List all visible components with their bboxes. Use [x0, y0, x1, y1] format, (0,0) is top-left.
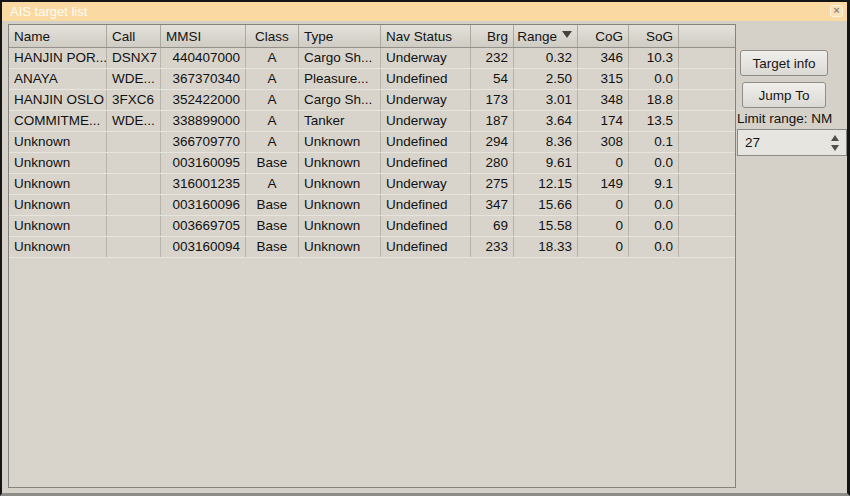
- cell-class: A: [246, 69, 299, 89]
- cell-name: Unknown: [9, 216, 107, 236]
- side-panel: Target info Jump To Limit range: NM: [737, 24, 847, 224]
- cell-mmsi: 440407000: [161, 48, 246, 68]
- table-row[interactable]: COMMITME...WDE...338899000ATankerUnderwa…: [9, 111, 735, 132]
- cell-brg: 173: [471, 90, 514, 110]
- cell-class: Base: [246, 195, 299, 215]
- cell-type: Unknown: [299, 153, 381, 173]
- cell-brg: 69: [471, 216, 514, 236]
- cell-sog: 0.0: [629, 195, 679, 215]
- cell-brg: 347: [471, 195, 514, 215]
- cell-call: 3FXC6: [107, 90, 161, 110]
- cell-class: A: [246, 48, 299, 68]
- column-header-cog[interactable]: CoG: [578, 25, 629, 47]
- cell-empty: [679, 237, 735, 257]
- table-row[interactable]: HANJIN POR...DSNX7440407000ACargo Sh...U…: [9, 48, 735, 69]
- cell-call: [107, 153, 161, 173]
- cell-class: A: [246, 132, 299, 152]
- table-row[interactable]: Unknown366709770AUnknownUndefined2948.36…: [9, 132, 735, 153]
- titlebar[interactable]: AIS target list ×: [2, 2, 847, 21]
- spin-buttons: [828, 130, 842, 155]
- cell-class: A: [246, 90, 299, 110]
- cell-cog: 308: [578, 132, 629, 152]
- cell-brg: 187: [471, 111, 514, 131]
- cell-type: Unknown: [299, 174, 381, 194]
- cell-class: Base: [246, 153, 299, 173]
- cell-mmsi: 003160094: [161, 237, 246, 257]
- cell-cog: 0: [578, 237, 629, 257]
- column-header-range[interactable]: Range: [514, 25, 578, 47]
- cell-empty: [679, 90, 735, 110]
- cell-brg: 280: [471, 153, 514, 173]
- cell-name: Unknown: [9, 195, 107, 215]
- table-row[interactable]: Unknown316001235AUnknownUnderway27512.15…: [9, 174, 735, 195]
- cell-sog: 0.1: [629, 132, 679, 152]
- cell-mmsi: 316001235: [161, 174, 246, 194]
- cell-class: A: [246, 111, 299, 131]
- cell-call: [107, 237, 161, 257]
- close-icon[interactable]: ×: [830, 5, 843, 17]
- cell-type: Tanker: [299, 111, 381, 131]
- cell-empty: [679, 132, 735, 152]
- table-empty-area: [9, 258, 735, 487]
- cell-type: Unknown: [299, 132, 381, 152]
- limit-range-label: Limit range: NM: [737, 111, 832, 126]
- cell-mmsi: 338899000: [161, 111, 246, 131]
- column-header-label: CoG: [595, 29, 623, 44]
- table-row[interactable]: Unknown003669705BaseUnknownUndefined6915…: [9, 216, 735, 237]
- spin-down-icon[interactable]: [831, 145, 839, 151]
- cell-sog: 0.0: [629, 216, 679, 236]
- column-header-brg[interactable]: Brg: [471, 25, 514, 47]
- column-header-type[interactable]: Type: [299, 25, 381, 47]
- cell-range: 8.36: [514, 132, 578, 152]
- cell-nav-status: Undefined: [381, 69, 471, 89]
- limit-range-spinner[interactable]: [737, 129, 847, 156]
- cell-empty: [679, 195, 735, 215]
- column-header-nav-status[interactable]: Nav Status: [381, 25, 471, 47]
- column-header-label: Type: [304, 29, 333, 44]
- cell-name: Unknown: [9, 237, 107, 257]
- cell-mmsi: 367370340: [161, 69, 246, 89]
- target-info-button[interactable]: Target info: [740, 50, 828, 76]
- cell-nav-status: Undefined: [381, 195, 471, 215]
- cell-call: [107, 216, 161, 236]
- cell-name: Unknown: [9, 153, 107, 173]
- limit-range-input[interactable]: [738, 130, 829, 155]
- table-row[interactable]: Unknown003160094BaseUnknownUndefined2331…: [9, 237, 735, 258]
- column-header-class[interactable]: Class: [246, 25, 299, 47]
- table-row[interactable]: HANJIN OSLO3FXC6352422000ACargo Sh...Und…: [9, 90, 735, 111]
- cell-sog: 10.3: [629, 48, 679, 68]
- cell-nav-status: Undefined: [381, 237, 471, 257]
- column-header-label: Call: [112, 29, 135, 44]
- cell-empty: [679, 153, 735, 173]
- cell-mmsi: 003669705: [161, 216, 246, 236]
- cell-nav-status: Undefined: [381, 132, 471, 152]
- cell-range: 18.33: [514, 237, 578, 257]
- window-title: AIS target list: [10, 2, 87, 21]
- cell-call: DSNX7: [107, 48, 161, 68]
- column-header-label: Brg: [487, 29, 508, 44]
- cell-type: Pleasure...: [299, 69, 381, 89]
- cell-name: COMMITME...: [9, 111, 107, 131]
- table-row[interactable]: ANAYAWDE...367370340APleasure...Undefine…: [9, 69, 735, 90]
- column-header-name[interactable]: Name: [9, 25, 107, 47]
- cell-range: 15.58: [514, 216, 578, 236]
- jump-to-button[interactable]: Jump To: [742, 82, 826, 108]
- table-row[interactable]: Unknown003160096BaseUnknownUndefined3471…: [9, 195, 735, 216]
- cell-cog: 346: [578, 48, 629, 68]
- column-header-call[interactable]: Call: [107, 25, 161, 47]
- cell-nav-status: Underway: [381, 111, 471, 131]
- sort-desc-icon: [562, 31, 572, 38]
- cell-name: Unknown: [9, 132, 107, 152]
- cell-cog: 149: [578, 174, 629, 194]
- column-header-label: Class: [255, 29, 289, 44]
- cell-cog: 174: [578, 111, 629, 131]
- spin-up-icon[interactable]: [831, 135, 839, 141]
- column-header-sog[interactable]: SoG: [629, 25, 679, 47]
- cell-range: 3.01: [514, 90, 578, 110]
- table-row[interactable]: Unknown003160095BaseUnknownUndefined2809…: [9, 153, 735, 174]
- cell-sog: 9.1: [629, 174, 679, 194]
- cell-sog: 0.0: [629, 153, 679, 173]
- column-header-mmsi[interactable]: MMSI: [161, 25, 246, 47]
- column-header-empty[interactable]: [679, 25, 735, 47]
- cell-nav-status: Underway: [381, 90, 471, 110]
